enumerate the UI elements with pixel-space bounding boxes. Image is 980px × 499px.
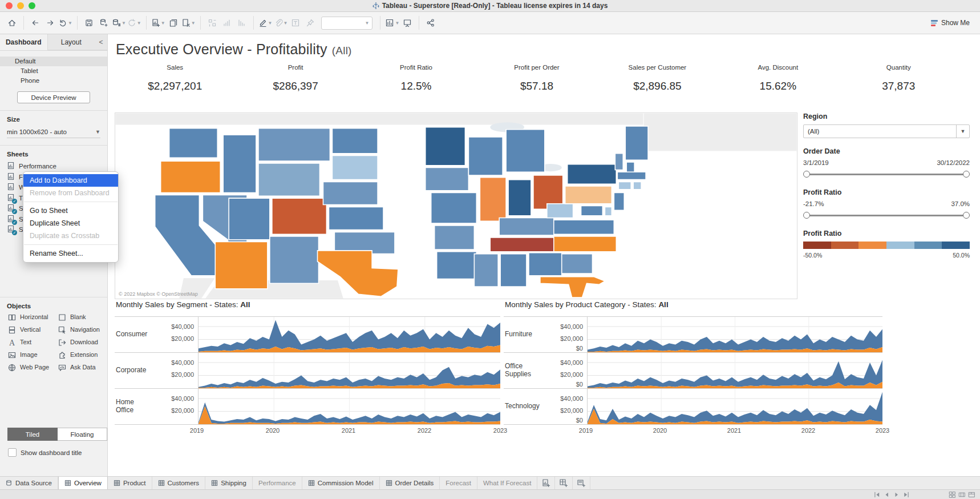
state-CT[interactable]	[618, 182, 631, 189]
state-IL[interactable]	[480, 178, 506, 221]
nav-prev-button[interactable]	[883, 491, 890, 498]
add-data-button[interactable]	[97, 15, 111, 31]
new-story-button[interactable]	[573, 477, 590, 489]
state-OR[interactable]	[161, 161, 221, 192]
state-NJ[interactable]	[614, 193, 624, 211]
presentation-mode-button[interactable]	[400, 15, 414, 31]
object-navigation[interactable]: Navigation	[58, 325, 108, 334]
state-ID[interactable]	[223, 135, 256, 192]
forward-button[interactable]	[43, 15, 57, 31]
state-NC[interactable]	[554, 236, 617, 252]
tab-layout[interactable]: Layout	[48, 34, 95, 50]
chevron-down-icon[interactable]: ▼	[956, 125, 969, 138]
undo-button[interactable]: ▼	[58, 15, 72, 31]
state-GA[interactable]	[529, 253, 562, 276]
view-filmstrip-button[interactable]	[958, 491, 966, 498]
area-chart-plot[interactable]	[198, 317, 500, 352]
sort-descending-button[interactable]	[235, 15, 249, 31]
new-worksheet-button[interactable]: ▼	[151, 15, 165, 31]
sheet-list-item[interactable]: Performance	[0, 161, 107, 172]
device-preview-button[interactable]: Device Preview	[17, 91, 90, 103]
tiled-button[interactable]: Tiled	[7, 428, 58, 441]
save-button[interactable]	[82, 15, 96, 31]
floating-button[interactable]: Floating	[58, 428, 107, 441]
order-date-slider-max-handle[interactable]	[963, 171, 970, 178]
state-NY[interactable]	[568, 164, 617, 184]
state-MI[interactable]	[506, 130, 545, 172]
object-horizontal[interactable]: Horizontal	[7, 313, 58, 321]
device-item-phone[interactable]: Phone	[0, 76, 107, 86]
area-chart-plot[interactable]	[587, 317, 882, 352]
state-TN[interactable]	[490, 238, 556, 252]
paperclip-button[interactable]: ▼	[274, 15, 288, 31]
tab-order-details[interactable]: Order Details	[380, 477, 440, 489]
tab-customers[interactable]: Customers	[152, 477, 206, 489]
object-blank[interactable]: Blank	[58, 313, 108, 321]
state-WI[interactable]	[468, 137, 503, 175]
tab-dashboard[interactable]: Dashboard	[0, 34, 48, 50]
view-tabs-button[interactable]	[968, 491, 975, 498]
profit-ratio-slider-max-handle[interactable]	[963, 212, 970, 219]
highlight-button[interactable]: ▼	[258, 15, 273, 31]
tab-forecast[interactable]: Forecast	[440, 477, 477, 489]
us-map-panel[interactable]: © 2022 Mapbox © OpenStreetMap	[115, 112, 797, 299]
state-PA[interactable]	[565, 186, 612, 204]
area-chart-plot[interactable]	[587, 389, 882, 424]
size-select[interactable]: min 1000x620 - auto▼	[7, 126, 100, 138]
state-MN[interactable]	[426, 127, 465, 166]
nav-next-button[interactable]	[893, 491, 900, 498]
state-ME[interactable]	[625, 126, 648, 160]
state-AZ[interactable]	[215, 242, 268, 289]
state-IN[interactable]	[508, 180, 531, 216]
sort-ascending-button[interactable]	[220, 15, 234, 31]
profit-ratio-slider[interactable]	[803, 212, 970, 219]
state-VT[interactable]	[615, 154, 623, 170]
order-date-slider-min-handle[interactable]	[803, 171, 810, 178]
tab-performance[interactable]: Performance	[253, 477, 302, 489]
tab-what-if-forecast[interactable]: What If Forecast	[477, 477, 537, 489]
tab-commission-model[interactable]: Commission Model	[302, 477, 380, 489]
duplicate-button[interactable]	[167, 15, 180, 31]
tab-shipping[interactable]: Shipping	[205, 477, 253, 489]
object-extension[interactable]: Extension	[58, 351, 108, 359]
menu-item[interactable]: Add to Dashboard	[23, 174, 118, 187]
show-cards-button[interactable]: ▼	[385, 15, 399, 31]
view-sheet-sorter-button[interactable]	[949, 491, 956, 498]
state-SC[interactable]	[562, 254, 593, 273]
state-CO[interactable]	[272, 198, 327, 234]
nav-first-button[interactable]	[873, 491, 881, 498]
back-button[interactable]	[29, 15, 42, 31]
area-chart-plot[interactable]	[198, 353, 500, 388]
state-MO[interactable]	[431, 193, 477, 224]
area-chart-plot[interactable]	[587, 353, 882, 388]
state-RI[interactable]	[633, 182, 641, 189]
state-MT[interactable]	[258, 128, 330, 161]
state-LA[interactable]	[437, 252, 477, 279]
nav-last-button[interactable]	[902, 491, 910, 498]
state-AR[interactable]	[435, 226, 475, 250]
area-chart-plot[interactable]	[198, 389, 500, 424]
sidebar-collapse-button[interactable]: <	[95, 34, 107, 50]
show-me-button[interactable]: Show Me	[931, 19, 970, 27]
tab-data-source[interactable]: Data Source	[0, 477, 58, 489]
text-label-button[interactable]	[289, 15, 302, 31]
state-SD[interactable]	[332, 156, 378, 180]
menu-item[interactable]: Go to Sheet	[23, 204, 118, 217]
state-MA[interactable]	[617, 172, 646, 179]
home-button[interactable]	[5, 15, 19, 31]
refresh-button[interactable]: ▼	[127, 15, 141, 31]
state-ND[interactable]	[332, 128, 378, 154]
swap-axes-button[interactable]	[205, 15, 219, 31]
object-download[interactable]: Download	[58, 338, 108, 347]
state-NE[interactable]	[323, 182, 378, 204]
object-vertical[interactable]: Vertical	[7, 325, 58, 334]
state-WV[interactable]	[547, 204, 573, 218]
menu-item[interactable]: Duplicate Sheet	[23, 217, 118, 230]
object-text[interactable]: AText	[7, 338, 58, 347]
profit-ratio-slider-min-handle[interactable]	[803, 212, 810, 219]
state-MS[interactable]	[474, 254, 498, 287]
show-dashboard-title-checkbox[interactable]	[8, 448, 17, 457]
state-MD[interactable]	[581, 206, 603, 216]
region-filter-dropdown[interactable]: (All) ▼	[803, 124, 970, 138]
state-WA[interactable]	[169, 128, 218, 158]
